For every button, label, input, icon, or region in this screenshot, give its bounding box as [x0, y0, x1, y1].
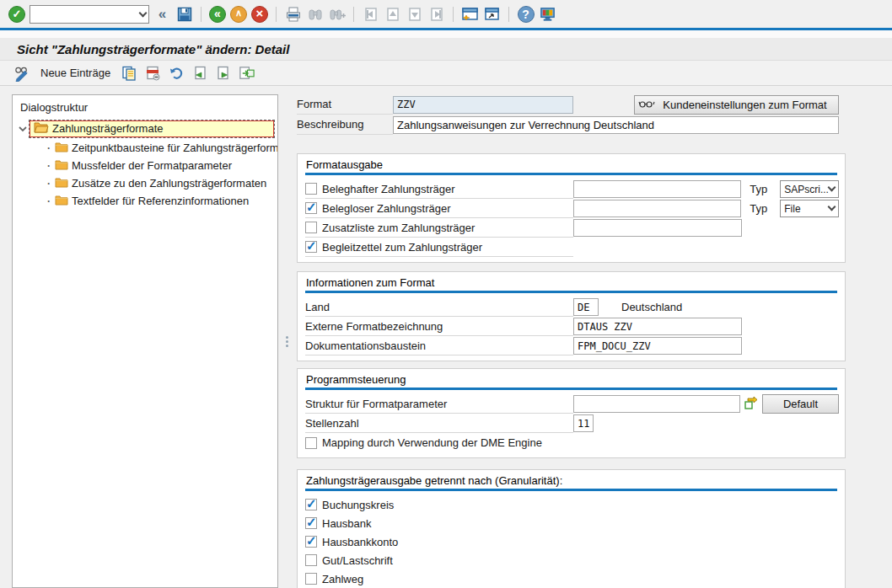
create-shortcut-icon[interactable]	[483, 5, 501, 23]
new-entries-button[interactable]: Neue Einträge	[37, 65, 114, 81]
checkbox-label: Belegloser Zahlungsträger	[322, 202, 450, 215]
description-label: Beschreibung	[297, 115, 393, 135]
new-session-icon[interactable]	[461, 5, 479, 23]
command-input[interactable]	[30, 7, 140, 22]
tree-node-label: Zusätze zu den Zahlungsträgerformaten	[72, 177, 266, 190]
dialog-structure-header: Dialogstruktur	[13, 95, 277, 119]
group-informationen: Informationen zum Format Land Deutschlan…	[297, 271, 846, 361]
other-entry-button[interactable]	[238, 64, 255, 82]
next-entry-button[interactable]	[214, 64, 232, 82]
stellenzahl-field[interactable]	[573, 414, 594, 432]
checkbox-label: Mapping durch Verwendung der DME Engine	[322, 436, 542, 449]
save-icon[interactable]	[175, 5, 193, 23]
bullet-icon	[45, 195, 53, 207]
chevron-down-icon	[828, 203, 836, 211]
assign-default-icon[interactable]	[744, 395, 759, 413]
struktur-label: Struktur für Formatparameter	[305, 398, 447, 410]
gut-lastschrift-checkbox[interactable]	[305, 554, 317, 566]
format-label: Format	[297, 94, 393, 115]
form-row: Stellenzahl	[304, 414, 839, 433]
tree-node-textfelder[interactable]: Textfelder für Referenzinformationen	[45, 192, 277, 210]
tree-node-zeitpunktbausteine[interactable]: Zeitpunktbausteine für Zahlungsträgerfor…	[45, 139, 277, 157]
panel-splitter[interactable]	[282, 94, 293, 588]
externe-format-field[interactable]	[573, 318, 742, 335]
last-page-icon[interactable]	[427, 5, 445, 23]
format-field[interactable]	[393, 96, 573, 114]
previous-entry-button[interactable]	[191, 64, 208, 82]
display-change-icon[interactable]	[13, 64, 31, 82]
form-row: Struktur für Formatparameter Default	[304, 394, 839, 414]
back-icon[interactable]	[209, 6, 226, 23]
form-row: Zusatzliste zum Zahlungsträger	[304, 218, 839, 238]
glasses-icon	[638, 98, 655, 112]
toolbar-separator	[453, 7, 454, 22]
tree-node-zusaetze[interactable]: Zusätze zu den Zahlungsträgerformaten	[45, 174, 277, 192]
land-field[interactable]	[573, 298, 599, 316]
collapse-toolbar-icon[interactable]	[153, 5, 171, 23]
typ-select-belegos[interactable]: File	[780, 200, 839, 217]
copy-as-button[interactable]	[120, 64, 137, 82]
help-icon[interactable]	[518, 6, 535, 23]
checkbox-label: Zahlweg	[322, 573, 363, 585]
folder-icon	[55, 159, 68, 173]
group-granularitaet: Zahlungsträgerausgabe getrennt nach (Gra…	[297, 469, 846, 588]
default-button-label: Default	[783, 398, 818, 410]
command-field-wrap[interactable]	[30, 5, 149, 24]
belegloser-checkbox[interactable]	[305, 202, 317, 214]
first-page-icon[interactable]	[362, 5, 379, 23]
belegloser-field[interactable]	[573, 200, 741, 217]
cancel-icon[interactable]	[251, 6, 268, 23]
dokumentationsbaustein-field[interactable]	[573, 337, 742, 355]
beleghafter-checkbox[interactable]	[305, 183, 317, 195]
print-icon[interactable]	[284, 5, 302, 23]
group-title-rule	[305, 173, 837, 175]
description-field[interactable]	[393, 116, 839, 134]
hausbank-checkbox[interactable]	[305, 517, 317, 529]
buchungskreis-checkbox[interactable]	[305, 499, 317, 510]
previous-page-icon[interactable]	[384, 5, 401, 23]
tree-node-mussfelder[interactable]: Mussfelder der Formatparameter	[45, 157, 277, 174]
zahlweg-checkbox[interactable]	[305, 573, 317, 585]
toolbar-separator	[201, 7, 202, 22]
splitter-handle-icon[interactable]	[284, 331, 290, 351]
command-dropdown-icon[interactable]	[139, 8, 148, 17]
hausbankkonto-checkbox[interactable]	[305, 536, 317, 548]
zusatzliste-field[interactable]	[573, 219, 742, 237]
find-icon[interactable]	[306, 5, 324, 23]
exit-icon[interactable]	[230, 6, 247, 23]
begleitzettel-checkbox[interactable]	[305, 241, 317, 253]
default-button[interactable]: Default	[762, 394, 839, 414]
toolbar-separator	[353, 7, 354, 22]
header-gap	[0, 30, 892, 38]
form-row: Buchungskreis	[304, 495, 839, 514]
customer-settings-button[interactable]: Kundeneinstellungen zum Format	[634, 95, 839, 115]
description-row: Beschreibung	[297, 115, 892, 135]
bullet-icon	[45, 142, 53, 154]
typ-select-beleghaft[interactable]: SAPscri...	[780, 180, 839, 198]
find-next-icon[interactable]	[328, 5, 346, 23]
land-label: Land	[305, 301, 330, 313]
mapping-dme-checkbox[interactable]	[305, 437, 317, 449]
undo-button[interactable]	[167, 64, 185, 82]
folder-open-icon	[34, 121, 49, 136]
chevron-down-icon[interactable]	[18, 124, 28, 134]
toolbar-separator	[508, 7, 509, 22]
checkbox-label: Begleitzettel zum Zahlungsträger	[322, 241, 482, 254]
group-title: Informationen zum Format	[306, 276, 839, 289]
next-page-icon[interactable]	[406, 5, 423, 23]
folder-icon	[55, 177, 68, 190]
bullet-icon	[45, 178, 53, 190]
tree-node-zahlungstraegerformate[interactable]: Zahlungsträgerformate	[30, 120, 274, 137]
form-row: Beleghafter Zahlungsträger Typ SAPscri..…	[304, 179, 839, 199]
toolbar-separator	[276, 7, 277, 22]
customize-layout-icon[interactable]	[539, 5, 556, 23]
zusatzliste-checkbox[interactable]	[305, 222, 317, 233]
delete-button[interactable]	[143, 64, 161, 82]
form-row: Dokumentationsbaustein	[304, 336, 839, 355]
enter-icon[interactable]	[8, 6, 25, 23]
checkbox-label: Buchungskreis	[322, 499, 394, 511]
beleghafter-field[interactable]	[573, 180, 741, 198]
group-title-rule	[305, 388, 837, 390]
struktur-field[interactable]	[573, 395, 740, 413]
group-formatausgabe: Formatausgabe Beleghafter Zahlungsträger…	[297, 153, 846, 263]
